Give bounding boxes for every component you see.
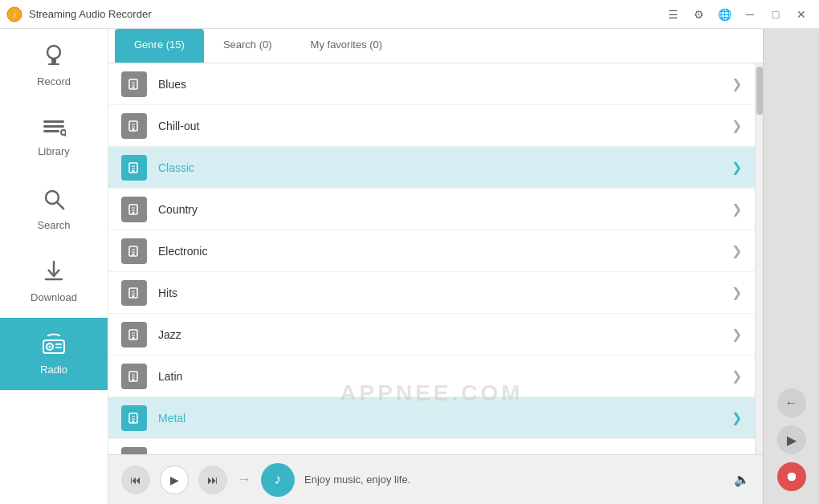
genre-item[interactable]: Chill-out ❯ xyxy=(108,105,755,147)
genre-arrow-icon: ❯ xyxy=(731,76,742,91)
genre-item[interactable]: Hits ❯ xyxy=(108,272,755,314)
svg-point-2 xyxy=(47,46,60,59)
svg-text:♪: ♪ xyxy=(13,10,17,19)
library-icon xyxy=(42,117,66,140)
genre-music-icon xyxy=(121,447,147,455)
title-bar: ♪ Streaming Audio Recorder ☰ ⚙ 🌐 ─ □ ✕ xyxy=(0,0,819,29)
genre-arrow-icon: ❯ xyxy=(731,368,742,384)
app-body: Record Library Search xyxy=(0,29,819,504)
maximize-btn[interactable]: □ xyxy=(764,3,787,26)
menu-btn[interactable]: ☰ xyxy=(662,3,684,26)
sidebar-item-library[interactable]: Library xyxy=(0,101,108,173)
genre-item[interactable]: Country ❯ xyxy=(108,189,755,230)
svg-point-22 xyxy=(132,86,135,88)
genre-music-icon xyxy=(121,197,147,222)
genre-item[interactable]: Classic ❯ xyxy=(108,147,755,189)
svg-point-38 xyxy=(132,253,135,255)
genre-item[interactable]: Blues ❯ xyxy=(108,63,755,105)
svg-rect-17 xyxy=(55,343,62,345)
download-label: Download xyxy=(31,291,77,303)
genre-name: Chill-out xyxy=(158,120,731,132)
genre-item[interactable]: Metal ❯ xyxy=(108,397,755,439)
main-content: Genre (15) Search (0) My favorites (0) B… xyxy=(108,29,763,504)
genre-music-icon xyxy=(121,322,147,348)
prev-track-btn[interactable]: ⏮ xyxy=(121,465,150,494)
radio-label: Radio xyxy=(40,364,67,376)
sidebar-item-search[interactable]: Search xyxy=(0,173,108,246)
genre-name: Blues xyxy=(158,78,731,91)
svg-rect-4 xyxy=(48,63,59,65)
svg-rect-18 xyxy=(55,347,62,348)
svg-point-34 xyxy=(132,211,135,213)
globe-btn[interactable]: 🌐 xyxy=(713,3,735,26)
genre-item[interactable]: Jazz ❯ xyxy=(108,314,755,356)
genre-name: Country xyxy=(158,203,731,216)
tab-genre[interactable]: Genre (15) xyxy=(115,29,204,63)
genre-item[interactable]: Electronic ❯ xyxy=(108,230,755,272)
genre-music-icon xyxy=(121,238,147,264)
genre-arrow-icon: ❯ xyxy=(731,160,742,175)
window-controls: ☰ ⚙ 🌐 ─ □ ✕ xyxy=(662,3,813,26)
genre-music-icon xyxy=(121,113,147,139)
sidebar-item-radio[interactable]: Radio xyxy=(0,318,108,390)
genre-arrow-icon: ❯ xyxy=(731,243,742,258)
volume-icon: 🔈 xyxy=(734,472,750,487)
svg-point-16 xyxy=(49,346,51,348)
app-title: Streaming Audio Recorder xyxy=(29,8,662,20)
download-icon xyxy=(43,260,65,287)
record-playback-btn[interactable]: ⏺ xyxy=(777,462,806,491)
svg-point-42 xyxy=(132,295,135,297)
svg-rect-5 xyxy=(43,120,64,123)
search-icon xyxy=(43,188,65,214)
genre-name: Electronic xyxy=(158,245,731,258)
sidebar-item-download[interactable]: Download xyxy=(0,246,108,318)
svg-rect-6 xyxy=(43,125,64,128)
genre-arrow-icon: ❯ xyxy=(731,118,742,133)
next-track-btn[interactable]: ⏭ xyxy=(198,465,227,494)
sidebar-item-record[interactable]: Record xyxy=(0,29,108,101)
tab-favorites[interactable]: My favorites (0) xyxy=(291,29,402,63)
transport-bar: ⏮ ▶ ⏭ → ♪ Enjoy music, enjoy life. 🔈 xyxy=(108,454,763,504)
svg-line-11 xyxy=(57,202,63,209)
record-icon xyxy=(42,43,66,71)
back-playback-btn[interactable]: ← xyxy=(777,388,806,417)
genre-name: Metal xyxy=(158,412,731,425)
library-label: Library xyxy=(38,145,70,157)
scrollbar[interactable] xyxy=(755,63,763,454)
play-playback-btn[interactable]: ▶ xyxy=(777,425,806,454)
genre-music-icon xyxy=(121,280,147,306)
genre-music-icon xyxy=(121,364,147,389)
svg-point-50 xyxy=(132,378,135,380)
close-btn[interactable]: ✕ xyxy=(790,3,813,26)
sidebar: Record Library Search xyxy=(0,29,108,504)
genre-arrow-icon: ❯ xyxy=(731,201,742,217)
genre-name: News - Talk xyxy=(158,453,731,455)
tab-search[interactable]: Search (0) xyxy=(204,29,291,63)
genre-item[interactable]: News - Talk ❯ xyxy=(108,439,755,454)
genre-name: Jazz xyxy=(158,328,731,341)
genre-arrow-icon: ❯ xyxy=(731,285,742,300)
svg-point-8 xyxy=(61,130,66,135)
play-btn[interactable]: ▶ xyxy=(160,465,189,494)
arrow-icon: → xyxy=(237,471,251,488)
music-circle-icon: ♪ xyxy=(261,463,295,497)
svg-point-54 xyxy=(132,420,135,422)
genre-music-icon xyxy=(121,155,147,181)
genre-arrow-icon: ❯ xyxy=(731,452,742,454)
settings-btn[interactable]: ⚙ xyxy=(687,3,710,26)
genre-item[interactable]: Latin ❯ xyxy=(108,356,755,397)
genre-name: Classic xyxy=(158,161,731,174)
minimize-btn[interactable]: ─ xyxy=(739,3,761,26)
svg-point-30 xyxy=(132,169,135,172)
radio-icon xyxy=(42,332,66,359)
genre-name: Hits xyxy=(158,287,731,299)
tab-bar: Genre (15) Search (0) My favorites (0) xyxy=(108,29,763,63)
genre-list: Blues ❯ Chill-out ❯ xyxy=(108,63,755,454)
record-label: Record xyxy=(37,75,71,87)
genre-arrow-icon: ❯ xyxy=(731,410,742,425)
genre-arrow-icon: ❯ xyxy=(731,327,742,342)
svg-rect-7 xyxy=(43,130,59,132)
genre-name: Latin xyxy=(158,370,731,383)
scrollbar-thumb[interactable] xyxy=(756,67,763,115)
genre-music-icon xyxy=(121,405,147,431)
